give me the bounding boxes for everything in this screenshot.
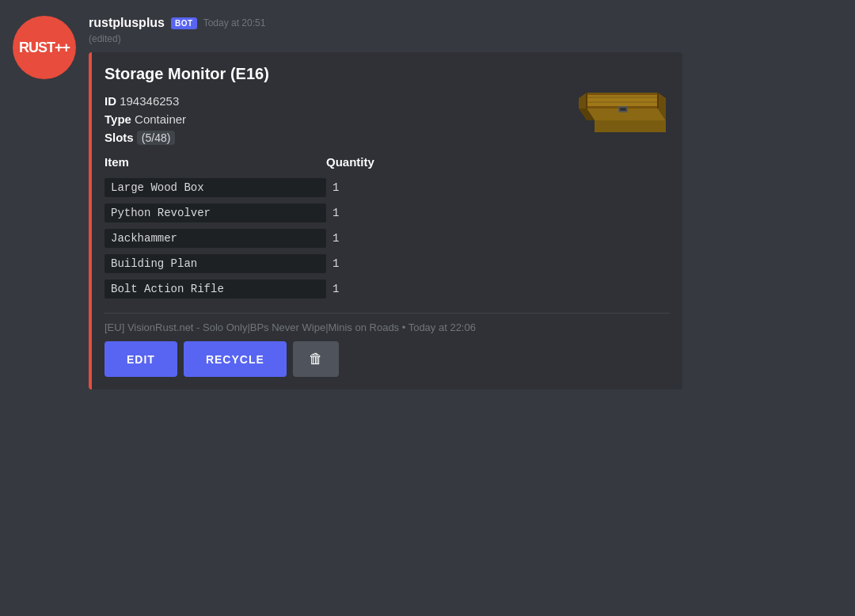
trash-button[interactable]: 🗑 [293, 341, 339, 377]
bot-badge: BOT [171, 17, 197, 29]
item-name-3: Jackhammer [104, 229, 326, 248]
type-label: Type [104, 112, 131, 126]
trash-icon: 🗑 [309, 351, 323, 367]
item-qty-4: 1 [326, 254, 339, 273]
col-item-header: Item [104, 155, 326, 169]
table-row: Building Plan 1 [104, 251, 670, 276]
id-label: ID [104, 94, 116, 108]
message-container: RUST++ rustplusplus BOT Today at 20:51 (… [0, 0, 855, 402]
slots-value: (5/48) [137, 131, 176, 145]
table-header: Item Quantity [104, 155, 670, 169]
svg-marker-1 [595, 120, 666, 132]
avatar: RUST++ [13, 16, 76, 79]
item-qty-3: 1 [326, 229, 339, 248]
embed-footer: [EU] VisionRust.net - Solo Only|BPs Neve… [104, 313, 670, 333]
id-value: 194346253 [120, 94, 179, 108]
wood-box-icon [575, 65, 670, 136]
table-row: Large Wood Box 1 [104, 175, 670, 200]
svg-marker-3 [579, 93, 587, 108]
item-name-4: Building Plan [104, 254, 326, 273]
item-name-2: Python Revolver [104, 203, 326, 222]
type-value: Container [135, 112, 186, 126]
embed: Storage Monitor (E16) ID 194346253 Type … [89, 52, 682, 390]
item-name-5: Bolt Action Rifle [104, 279, 326, 298]
timestamp: Today at 20:51 [203, 17, 266, 29]
message-body: rustplusplus BOT Today at 20:51 (edited) [89, 16, 842, 390]
item-qty-1: 1 [326, 178, 339, 197]
edited-label: (edited) [89, 33, 842, 44]
item-qty-2: 1 [326, 203, 339, 222]
item-qty-5: 1 [326, 279, 339, 298]
message-header: rustplusplus BOT Today at 20:51 [89, 16, 842, 30]
item-table: Item Quantity Large Wood Box 1 Python Re… [104, 155, 670, 302]
svg-marker-8 [587, 93, 658, 95]
embed-actions: EDIT RECYCLE 🗑 [104, 341, 670, 377]
item-name-1: Large Wood Box [104, 178, 326, 197]
table-row: Python Revolver 1 [104, 200, 670, 226]
table-row: Jackhammer 1 [104, 226, 670, 251]
col-qty-header: Quantity [326, 155, 374, 169]
table-row: Bolt Action Rifle 1 [104, 276, 670, 302]
slots-label: Slots [104, 131, 134, 144]
recycle-button[interactable]: RECYCLE [184, 341, 287, 377]
edit-button[interactable]: EDIT [104, 341, 177, 377]
bot-name: rustplusplus [89, 16, 165, 30]
svg-rect-11 [620, 108, 626, 111]
embed-thumbnail [575, 65, 670, 136]
